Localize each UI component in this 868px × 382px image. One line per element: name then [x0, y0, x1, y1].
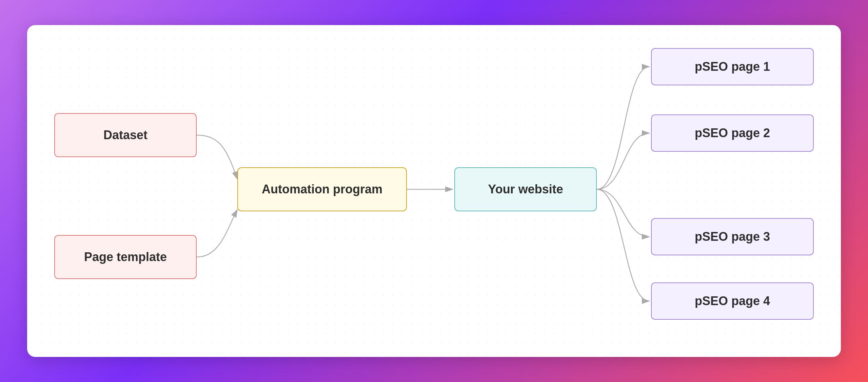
dataset-node[interactable]: Dataset: [54, 113, 197, 157]
pseo4-label: pSEO page 4: [695, 294, 770, 308]
pseo2-label: pSEO page 2: [695, 126, 770, 140]
diagram-area: Dataset Page template Automation program…: [27, 25, 841, 357]
automation-node[interactable]: Automation program: [237, 167, 407, 211]
pseo3-label: pSEO page 3: [695, 230, 770, 244]
pseo1-node[interactable]: pSEO page 1: [651, 48, 814, 85]
main-card: Dataset Page template Automation program…: [27, 25, 841, 357]
page-template-label: Page template: [84, 250, 167, 264]
page-template-node[interactable]: Page template: [54, 235, 197, 279]
automation-label: Automation program: [262, 182, 382, 196]
dataset-label: Dataset: [103, 128, 147, 142]
pseo4-node[interactable]: pSEO page 4: [651, 282, 814, 320]
pseo3-node[interactable]: pSEO page 3: [651, 218, 814, 255]
website-node[interactable]: Your website: [454, 167, 597, 211]
pseo1-label: pSEO page 1: [695, 60, 770, 74]
website-label: Your website: [488, 182, 563, 196]
pseo2-node[interactable]: pSEO page 2: [651, 114, 814, 152]
